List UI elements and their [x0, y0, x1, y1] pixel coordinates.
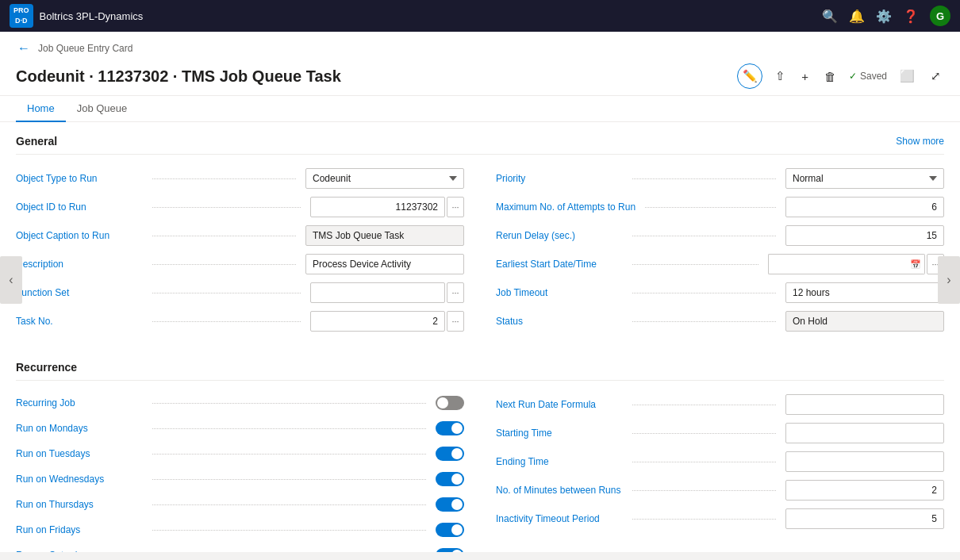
earliest-start-row: Earliest Start Date/Time 📅 ··· — [496, 250, 944, 278]
starting-time-row: Starting Time — [496, 419, 944, 447]
toggle-slider — [436, 497, 464, 512]
wednesdays-toggle[interactable] — [436, 472, 464, 486]
thursdays-label: Run on Thursdays — [16, 499, 143, 510]
saturdays-label: Run on Saturdays — [16, 550, 143, 552]
earliest-start-input[interactable] — [768, 254, 906, 274]
next-run-formula-input[interactable] — [785, 394, 944, 415]
tuesdays-toggle[interactable] — [436, 447, 464, 461]
thursdays-toggle[interactable] — [436, 497, 464, 512]
job-timeout-field — [785, 282, 944, 303]
priority-select[interactable]: Normal High Low — [785, 168, 944, 189]
description-input[interactable] — [305, 254, 464, 274]
dotted-divider — [632, 519, 776, 520]
description-label: Description — [16, 259, 143, 270]
job-timeout-input[interactable] — [785, 282, 944, 303]
dotted-divider — [632, 178, 776, 179]
collapse-button[interactable]: ⤢ — [927, 66, 944, 86]
breadcrumb: Job Queue Entry Card — [38, 43, 132, 54]
main-content: General Show more Object Type to Run Cod… — [0, 122, 960, 552]
general-left-col: Object Type to Run Codeunit Report XMLpo… — [16, 164, 464, 336]
inactivity-timeout-label: Inactivity Timeout Period — [496, 513, 623, 524]
tab-job-queue[interactable]: Job Queue — [66, 96, 139, 122]
max-attempts-row: Maximum No. of Attempts to Run — [496, 193, 944, 221]
share-button[interactable]: ⇧ — [772, 66, 789, 86]
show-more-button[interactable]: Show more — [896, 136, 944, 147]
task-no-input[interactable] — [310, 311, 445, 332]
saved-label: Saved — [860, 71, 887, 82]
toggle-slider — [436, 472, 464, 486]
dotted-divider — [152, 264, 296, 265]
object-type-row: Object Type to Run Codeunit Report XMLpo… — [16, 164, 464, 193]
object-id-ellipsis-button[interactable]: ··· — [447, 197, 464, 217]
status-field — [785, 311, 944, 332]
recurrence-title: Recurrence — [16, 361, 77, 374]
recurrence-section-header: Recurrence — [16, 348, 944, 381]
object-type-label: Object Type to Run — [16, 173, 143, 184]
mondays-toggle[interactable] — [436, 421, 464, 435]
toggle-slider — [436, 396, 464, 410]
max-attempts-field — [785, 197, 944, 217]
dotted-divider — [152, 236, 296, 236]
help-icon[interactable]: ❓ — [903, 9, 919, 24]
app-title: Boltrics 3PL-Dynamics — [40, 10, 144, 22]
dotted-divider — [632, 264, 758, 265]
priority-label: Priority — [496, 173, 623, 184]
rerun-delay-input[interactable] — [785, 225, 944, 246]
task-no-row: Task No. ··· — [16, 307, 464, 336]
saturdays-toggle[interactable] — [436, 548, 464, 552]
object-id-input[interactable] — [310, 197, 445, 217]
max-attempts-input[interactable] — [785, 197, 944, 217]
mondays-label: Run on Mondays — [16, 423, 143, 434]
object-id-label: Object ID to Run — [16, 201, 143, 213]
next-record-button[interactable]: › — [938, 256, 960, 304]
settings-icon[interactable]: ⚙️ — [876, 9, 892, 24]
dotted-divider — [152, 428, 426, 429]
calendar-button[interactable]: 📅 — [906, 254, 925, 274]
general-right-col: Priority Normal High Low Maximum No. of … — [496, 164, 944, 336]
recurring-job-toggle[interactable] — [436, 396, 464, 410]
open-in-new-button[interactable]: ⬜ — [897, 66, 918, 86]
dotted-divider — [632, 236, 776, 236]
object-type-select[interactable]: Codeunit Report XMLport — [305, 168, 464, 189]
object-caption-row: Object Caption to Run — [16, 221, 464, 250]
ending-time-row: Ending Time — [496, 447, 944, 476]
bell-icon[interactable]: 🔔 — [849, 9, 865, 24]
dotted-divider — [152, 403, 426, 404]
edit-button[interactable]: ✏️ — [737, 63, 762, 89]
delete-button[interactable]: 🗑 — [821, 67, 839, 86]
dotted-divider — [632, 405, 776, 405]
tab-home[interactable]: Home — [16, 96, 66, 122]
recurrence-section: Recurrence Recurring Job — [16, 348, 944, 552]
check-icon: ✓ — [849, 71, 857, 82]
user-avatar[interactable]: G — [930, 6, 950, 26]
function-set-ellipsis-button[interactable]: ··· — [447, 282, 464, 303]
description-row: Description — [16, 250, 464, 278]
dotted-divider — [632, 462, 776, 462]
status-row: Status — [496, 307, 944, 336]
dotted-divider — [645, 207, 776, 208]
minutes-between-runs-input[interactable] — [785, 480, 944, 501]
fridays-toggle[interactable] — [436, 523, 464, 537]
toolbar-actions: ✏️ ⇧ + 🗑 ✓ Saved ⬜ ⤢ — [737, 63, 944, 89]
search-icon[interactable]: 🔍 — [822, 9, 838, 24]
object-caption-field — [305, 225, 464, 246]
starting-time-input[interactable] — [785, 423, 944, 443]
rerun-delay-row: Rerun Delay (sec.) — [496, 221, 944, 250]
description-field — [305, 254, 464, 274]
back-button[interactable]: ← — [16, 40, 32, 57]
fridays-row: Run on Fridays — [16, 517, 464, 543]
nav-right: 🔍 🔔 ⚙️ ❓ G — [822, 6, 950, 26]
function-set-label: Function Set — [16, 287, 143, 298]
toolbar-row: Codeunit · 11237302 · TMS Job Queue Task… — [16, 60, 944, 95]
inactivity-timeout-input[interactable] — [785, 508, 944, 529]
add-button[interactable]: + — [798, 67, 812, 86]
task-no-ellipsis-button[interactable]: ··· — [447, 311, 464, 332]
ending-time-input[interactable] — [785, 451, 944, 472]
minutes-between-runs-row: No. of Minutes between Runs — [496, 476, 944, 504]
starting-time-label: Starting Time — [496, 428, 623, 439]
function-set-input[interactable] — [310, 282, 445, 303]
dotted-divider — [632, 490, 776, 491]
dotted-divider — [152, 293, 301, 293]
dotted-divider — [152, 178, 296, 179]
prev-record-button[interactable]: ‹ — [0, 256, 22, 304]
